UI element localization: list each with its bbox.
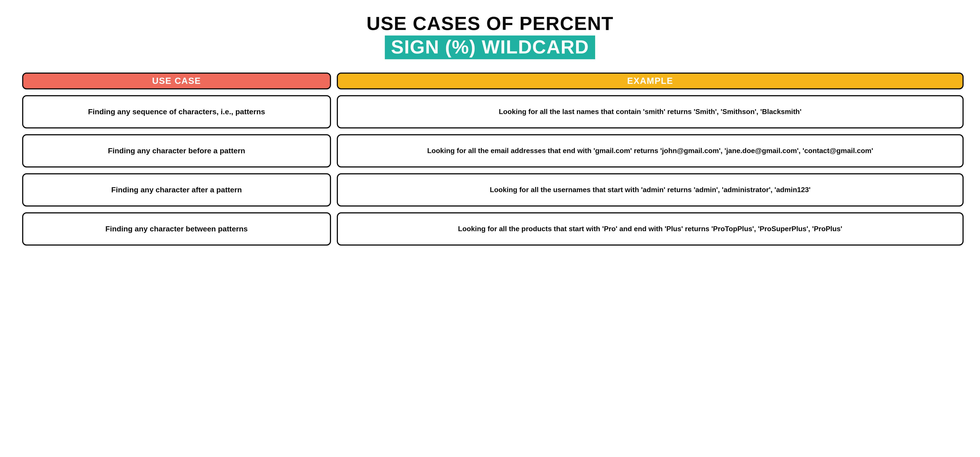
table-row: Looking for all the last names that cont… [337, 95, 964, 128]
header-example-label: EXAMPLE [627, 76, 673, 86]
title-highlight-box: SIGN (%) WILDCARD [385, 35, 595, 59]
example-text: Looking for all the usernames that start… [490, 185, 810, 195]
table-row: Finding any character before a pattern [22, 134, 331, 168]
table-row: Looking for all the email addresses that… [337, 134, 964, 168]
title-block: USE CASES OF PERCENT SIGN (%) WILDCARD [22, 13, 958, 59]
example-text: Looking for all the last names that cont… [499, 107, 802, 117]
usecase-text: Finding any sequence of characters, i.e.… [88, 107, 265, 117]
usecase-text: Finding any character after a pattern [111, 185, 242, 195]
usecase-text: Finding any character between patterns [105, 224, 248, 233]
header-usecase-label: USE CASE [152, 76, 201, 86]
header-usecase: USE CASE [22, 72, 331, 89]
example-text: Looking for all the email addresses that… [427, 146, 873, 155]
table-row: Looking for all the usernames that start… [337, 173, 964, 206]
usecase-table: USE CASE EXAMPLE Finding any sequence of… [22, 72, 958, 246]
usecase-text: Finding any character before a pattern [108, 146, 245, 155]
title-line-1: USE CASES OF PERCENT [22, 13, 958, 33]
table-row: Finding any character between patterns [22, 212, 331, 246]
header-example: EXAMPLE [337, 72, 964, 89]
page: USE CASES OF PERCENT SIGN (%) WILDCARD U… [0, 0, 980, 263]
example-text: Looking for all the products that start … [458, 224, 842, 233]
table-row: Looking for all the products that start … [337, 212, 964, 246]
table-row: Finding any character after a pattern [22, 173, 331, 206]
table-row: Finding any sequence of characters, i.e.… [22, 95, 331, 128]
title-line-2: SIGN (%) WILDCARD [391, 37, 589, 57]
